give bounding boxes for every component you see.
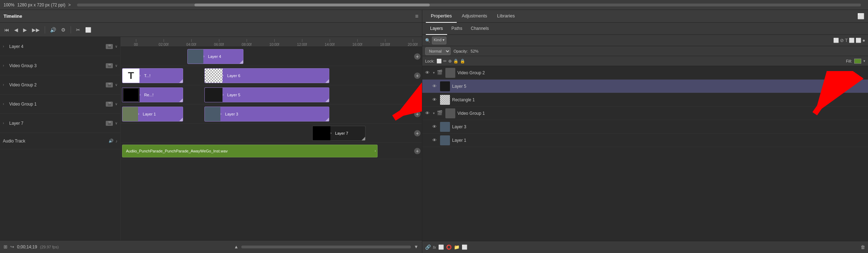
layer-name-layer1-item: Layer 1 (452, 138, 865, 143)
clip-arrow-audio: › (375, 149, 377, 153)
lock-paint-icon[interactable]: ✏ (443, 59, 447, 64)
ruler-mark-18: 18:00f (371, 39, 399, 47)
filter-shape-icon[interactable]: ⬜ (849, 38, 855, 43)
zoom-level[interactable]: 100% (4, 2, 15, 7)
lock-icons: ⬜ ✏ ⊕ 🔒 🔒 (436, 59, 465, 64)
eye-rect1[interactable]: 👁 (432, 97, 438, 102)
group-icon[interactable]: 📁 (454, 244, 460, 250)
fill-dropdown-arrow[interactable]: ▾ (863, 59, 865, 63)
add-vg1[interactable]: + (414, 111, 421, 117)
blend-row: Normal Multiply Screen Opacity: 52% (422, 46, 868, 56)
clip-layer6[interactable]: › Layer 6 (204, 68, 329, 83)
group-expand-vg1[interactable]: ▾ (433, 111, 435, 115)
filter-dot-icon[interactable]: ● (862, 38, 865, 43)
clip-vg3-text[interactable]: T › T...! (122, 68, 183, 83)
filter-pixel-icon[interactable]: ⬜ (833, 38, 839, 43)
adjustment-icon[interactable]: ⬜ (438, 244, 444, 250)
properties-expand-icon[interactable]: ⬜ (857, 13, 864, 20)
expand-icon-vg1[interactable]: › (3, 102, 7, 106)
track-row-layer4: › Layer 4 + (121, 47, 422, 66)
opacity-value[interactable]: 52% (471, 49, 478, 53)
eye-vg1[interactable]: 👁 (425, 111, 431, 116)
lock-artboard-icon[interactable]: ⊕ (448, 59, 452, 64)
cut-btn[interactable]: ✂ (75, 26, 82, 33)
clip-layer4[interactable]: › Layer 4 (187, 49, 243, 64)
tab-adjustments[interactable]: Adjustments (457, 10, 492, 23)
eye-layer5[interactable]: 👁 (432, 84, 438, 89)
add-layer7[interactable]: + (414, 130, 421, 136)
layer-name-layer5-item: Layer 5 (452, 84, 865, 89)
sub-tab-layers[interactable]: Layers (426, 23, 447, 35)
tb-icon-share[interactable]: ↪ (10, 244, 14, 249)
fx-icon[interactable]: fx (433, 245, 436, 249)
timeline-scrollbar-bottom[interactable] (241, 246, 411, 248)
layer4-down[interactable]: ∨ (115, 44, 117, 48)
layer-item-rect1[interactable]: 👁 Rectangle 1 (422, 93, 868, 107)
clip-layer1[interactable]: › Layer 1 (122, 107, 183, 122)
layer-item-layer3[interactable]: 👁 Layer 3 (422, 120, 868, 134)
step-fwd-btn[interactable]: ▶▶ (31, 26, 41, 33)
add-layer4[interactable]: + (414, 53, 421, 60)
expand-icon-vg2[interactable]: › (3, 83, 7, 87)
kind-dropdown[interactable]: Kind ▾ (432, 37, 446, 44)
lock-pixels-icon[interactable]: ⬜ (436, 59, 442, 64)
layer-name-vg1-item: Video Group 1 (457, 111, 865, 116)
vg1-down[interactable]: ∨ (115, 102, 117, 106)
blend-mode-dropdown[interactable]: Normal Multiply Screen (425, 47, 451, 55)
filter-text-icon[interactable]: T (845, 38, 848, 43)
eye-layer1[interactable]: 👁 (432, 138, 438, 143)
tb-icon-down[interactable]: ▼ (414, 244, 418, 249)
eye-layer3[interactable]: 👁 (432, 124, 438, 129)
layer-item-vg1[interactable]: 👁 ▾ 🎬 Video Group 1 (422, 107, 868, 120)
lock-position-icon[interactable]: 🔒 (453, 59, 458, 64)
opacity-label: Opacity: (454, 49, 468, 53)
layer-item-layer5[interactable]: 👁 Layer 5 (422, 80, 868, 93)
vg2-down[interactable]: ∨ (115, 83, 117, 87)
tb-icon-grid[interactable]: ⊞ (4, 244, 7, 249)
layer-name-layer7: Layer 7 (9, 121, 104, 126)
filter-adjust-icon[interactable]: ⊘ (840, 38, 844, 43)
add-vg2[interactable]: + (414, 92, 421, 98)
layers-sub-tabs: Layers Paths Channels (422, 23, 868, 35)
step-back-btn[interactable]: ◀ (13, 26, 20, 33)
clip-vg2-re[interactable]: › Re...! (122, 87, 183, 102)
tab-properties[interactable]: Properties (426, 10, 457, 23)
clip-audio[interactable]: Audiio_PunchParade_PunchParade_AwayWeGo_… (122, 145, 378, 157)
audio-btn[interactable]: 🔊 (49, 26, 57, 33)
add-vg3[interactable]: + (414, 72, 421, 79)
sub-tab-channels[interactable]: Channels (467, 23, 493, 35)
link-icon[interactable]: 🔗 (425, 244, 431, 250)
group-expand-vg2[interactable]: ▾ (433, 71, 435, 75)
settings-btn[interactable]: ⚙ (60, 26, 67, 33)
text-thumbnail: T (122, 68, 139, 83)
timeline-menu-icon[interactable]: ≡ (415, 13, 418, 20)
clip-btn[interactable]: ⬜ (84, 26, 93, 33)
sub-tab-paths[interactable]: Paths (447, 23, 467, 35)
delete-icon[interactable]: 🗑 (861, 244, 865, 250)
lock-all-icon[interactable]: 🔒 (460, 59, 465, 64)
expand-icon-vg3[interactable]: › (3, 64, 7, 68)
expand-icon-layer4[interactable]: › (3, 44, 7, 48)
clip-layer3[interactable]: › Layer 3 (204, 107, 329, 122)
topbar-arrow[interactable]: > (68, 2, 71, 7)
tab-libraries[interactable]: Libraries (492, 10, 520, 23)
add-audio[interactable]: + (414, 148, 421, 154)
layer-item-layer1[interactable]: 👁 Layer 1 (422, 134, 868, 147)
layer7-down[interactable]: ∨ (115, 121, 117, 125)
black-thumbnail (122, 87, 139, 102)
layer-name-vg3: Video Group 3 (9, 63, 104, 68)
expand-icon-layer7[interactable]: › (3, 121, 7, 125)
film-icon-layer7: 🎬 (106, 121, 113, 126)
timeline-scrollbar-top[interactable] (77, 4, 861, 6)
mask-icon[interactable]: ⭕ (446, 244, 452, 250)
clip-layer7[interactable]: › Layer 7 (312, 126, 366, 141)
tb-icon-up[interactable]: ▲ (234, 244, 238, 249)
vg3-down[interactable]: ∨ (115, 64, 117, 68)
play-btn[interactable]: ▶ (22, 26, 28, 33)
new-layer-icon[interactable]: ⬜ (462, 244, 467, 250)
layer-item-vg2[interactable]: 👁 ▾ 🎬 Video Group 2 (422, 66, 868, 80)
to-start-btn[interactable]: ⏮ (3, 26, 11, 33)
filter-smart-icon[interactable]: ⬜ (856, 38, 861, 43)
eye-vg2[interactable]: 👁 (425, 70, 431, 75)
clip-layer5[interactable]: › Layer 5 (204, 87, 329, 102)
